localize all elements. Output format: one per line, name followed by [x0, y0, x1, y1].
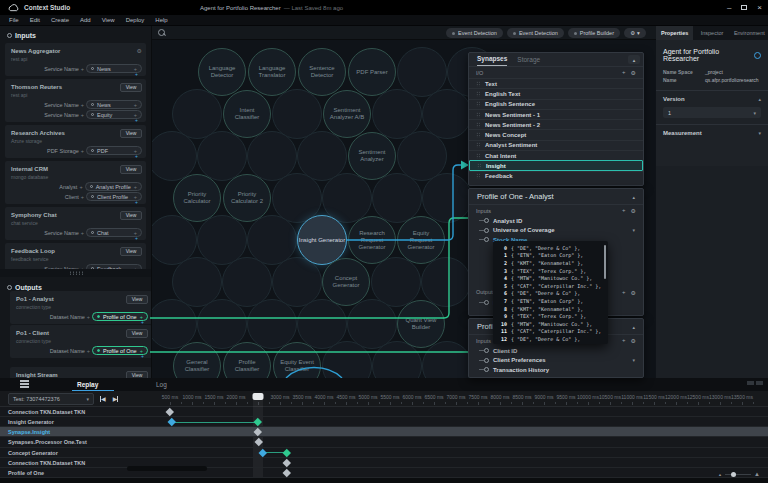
add-icon[interactable]: + — [622, 69, 626, 76]
timeline-row-synapses-processor-one-test[interactable]: Synapses.Processor One.Test — [0, 437, 768, 447]
view-button[interactable]: View — [120, 129, 142, 138]
test-run-dropdown[interactable]: Test: 73074472376 ▾ — [8, 393, 94, 405]
canvas-node[interactable] — [421, 257, 471, 307]
io-card-symphony-chat[interactable]: Symphony ChatViewchat serviceService Nam… — [5, 207, 146, 240]
synapse-item-text[interactable]: Text — [469, 78, 643, 88]
add-icon[interactable]: + — [81, 148, 84, 154]
view-button[interactable]: View — [126, 371, 148, 379]
gear-icon[interactable]: ⚙ — [137, 48, 142, 54]
zoom-out-icon[interactable]: ▲ — [718, 472, 722, 477]
canvas-node-sentiment-analyzer-a-b[interactable]: Sentiment Analyzer A/B — [323, 90, 371, 138]
connector-pill-equity[interactable]: Equity+ — [86, 110, 142, 119]
panel-item-transaction-history[interactable]: Transaction History — [469, 365, 643, 375]
add-icon[interactable]: + — [135, 153, 138, 159]
playhead-handle[interactable] — [253, 393, 264, 400]
view-button[interactable]: View — [126, 329, 148, 338]
add-icon[interactable]: + — [622, 207, 626, 214]
add-icon[interactable]: + — [81, 102, 84, 108]
gear-icon[interactable]: ⚙ — [631, 337, 636, 344]
timeline-marker-gray[interactable] — [255, 438, 263, 446]
add-icon[interactable]: + — [87, 314, 90, 320]
profile-analyst-header[interactable]: Profile of One - Analyst ▴ — [469, 189, 643, 205]
synapse-item-chat-intent[interactable]: Chat Intent — [469, 150, 643, 160]
skip-back-button[interactable]: ◀ — [100, 395, 106, 402]
add-icon[interactable]: + — [134, 102, 137, 108]
view-button[interactable]: View — [120, 165, 142, 174]
add-icon[interactable]: + — [87, 348, 90, 354]
io-card-news-aggregator[interactable]: News Aggregator⚙rest apiService Name+New… — [5, 43, 146, 76]
canvas-node-insight-generator[interactable]: Insight Generator — [297, 215, 347, 265]
canvas-node-sentiment-analyzer[interactable]: Sentiment Analyzer — [348, 132, 396, 180]
canvas-node[interactable] — [197, 299, 247, 349]
view-button[interactable]: View — [120, 247, 142, 256]
synapse-item-feedback[interactable]: Feedback — [469, 171, 643, 181]
search-icon[interactable] — [158, 29, 166, 37]
connector-pill-news[interactable]: News+ — [86, 100, 142, 109]
gear-icon[interactable]: ⚙ — [631, 289, 636, 296]
menu-add[interactable]: Add — [80, 17, 91, 23]
view-button[interactable]: View — [120, 83, 142, 92]
canvas-node[interactable] — [422, 173, 472, 223]
panel-item-client-id[interactable]: Client ID — [469, 346, 643, 356]
menu-file[interactable]: File — [9, 17, 19, 23]
view-button[interactable]: View — [120, 211, 142, 220]
timeline-marker-gray[interactable] — [254, 428, 262, 436]
io-card-insight-stream[interactable]: Insight StreamView — [10, 367, 152, 378]
add-icon[interactable]: + — [81, 66, 84, 72]
tooltip-scrollbar[interactable] — [604, 245, 606, 279]
gear-icon[interactable]: ⚙ — [631, 207, 636, 214]
tab-properties[interactable]: Properties — [656, 26, 693, 40]
io-card-research-archives[interactable]: Research ArchivesViewAzure storagePDF St… — [5, 125, 146, 158]
connector-pill-analyst-profile[interactable]: Analyst Profile+ — [85, 182, 142, 191]
add-icon[interactable]: + — [135, 117, 138, 123]
canvas-node[interactable] — [247, 299, 297, 349]
timeline-row-connection-tkn-dataset-tkn[interactable]: Connection TKN.Dataset TKN — [0, 458, 768, 468]
connector-pill-client-profile[interactable]: Client Profile+ — [86, 192, 142, 201]
canvas-node-language-detector[interactable]: Language Detector — [198, 48, 246, 96]
tab-log[interactable]: Log — [156, 378, 167, 391]
synapse-item-analyst-sentiment[interactable]: Analyst Sentiment — [469, 140, 643, 150]
menu-icon[interactable] — [20, 380, 29, 388]
connector-pill-profile-of-one[interactable]: Profile of One+ — [92, 312, 148, 321]
canvas-node-sentence-detector[interactable]: Sentence Detector — [298, 48, 346, 96]
toolbar-pill-event-detection[interactable]: Event Detection — [446, 28, 503, 38]
timeline-marker-gray[interactable] — [283, 459, 291, 467]
synapse-item-news-sentiment-1[interactable]: News Sentiment - 1 — [469, 109, 643, 119]
timeline-zoom-slider[interactable]: ▲ ▲ — [718, 471, 760, 477]
synapse-item-english-sentence[interactable]: English Sentence — [469, 99, 643, 109]
connector-pill-profile-of-one[interactable]: Profile of One+ — [92, 346, 148, 355]
menu-view[interactable]: View — [102, 17, 115, 23]
canvas-node-equity-request-generator[interactable]: Equity Request Generator — [397, 216, 445, 264]
panel-item-client-preferences[interactable]: Client Preferences▾ — [469, 356, 643, 366]
panel-item-analyst-id[interactable]: Analyst ID — [469, 216, 643, 226]
canvas-node-quant-view-builder[interactable]: Quant View Builder — [397, 300, 445, 348]
connector-pill-pdf[interactable]: PDF+ — [86, 146, 142, 155]
canvas-node-intent-classifier[interactable]: Intent Classifier — [223, 90, 271, 138]
add-icon[interactable]: + — [622, 289, 626, 296]
io-card-internal-crm[interactable]: Internal CRMViewmongo databaseAnalyst+An… — [5, 161, 146, 204]
connector-pill-chat[interactable]: Chat+ — [86, 228, 142, 237]
add-icon[interactable]: + — [81, 194, 84, 200]
measurement-section-header[interactable]: Measurement ▾ — [656, 125, 768, 139]
menu-help[interactable]: Help — [155, 17, 167, 23]
version-section-header[interactable]: Version ▴ — [656, 91, 768, 105]
canvas-node[interactable] — [152, 131, 197, 181]
panel-splitter[interactable] — [0, 269, 152, 277]
timeline-marker-gray[interactable] — [283, 469, 291, 477]
canvas-node[interactable] — [152, 299, 197, 349]
canvas-node-concept-generator[interactable]: Concept Generator — [322, 258, 370, 306]
info-icon[interactable] — [754, 52, 761, 59]
canvas-node[interactable] — [422, 341, 472, 378]
canvas-node-research-request-generator[interactable]: Research Request Generator — [348, 216, 396, 264]
add-icon[interactable]: + — [79, 184, 82, 190]
io-card-po1-client[interactable]: Po1 - ClientViewconnection typeDataset N… — [10, 325, 152, 358]
menu-deploy[interactable]: Deploy — [126, 17, 145, 23]
gear-icon[interactable]: ⚙ — [631, 69, 636, 76]
close-button[interactable]: × — [757, 4, 762, 12]
panel-control-icon[interactable] — [756, 381, 763, 385]
skip-forward-button[interactable]: ▶ — [113, 395, 119, 402]
connector-pill-news[interactable]: News+ — [86, 64, 142, 73]
tab-environment[interactable]: Environment — [731, 26, 768, 40]
panel-item-universe-of-coverage[interactable]: Universe of Coverage▾ — [469, 226, 643, 236]
timeline-row-synapse-insight[interactable]: Synapse.Insight — [0, 427, 768, 437]
